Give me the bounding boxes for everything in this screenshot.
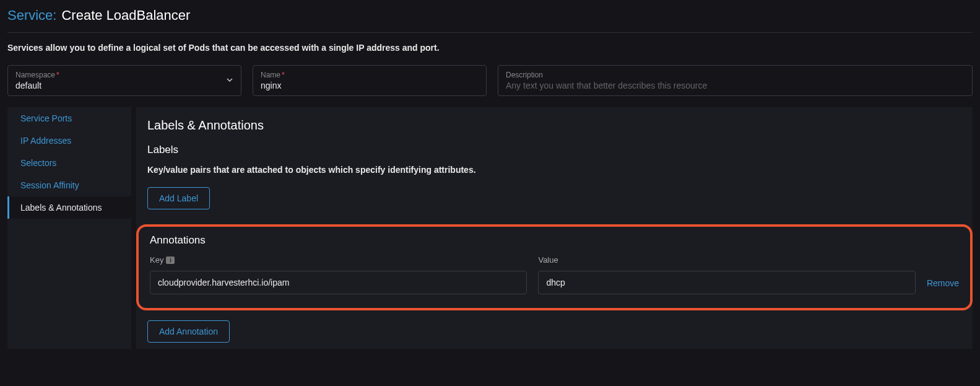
annotation-key-col: Key i (150, 255, 527, 294)
value-label: Value (538, 255, 915, 265)
chevron-down-icon (226, 76, 233, 86)
name-label: Name* (261, 71, 479, 79)
namespace-value: default (15, 81, 233, 90)
info-icon[interactable]: i (166, 257, 175, 264)
sidebar-item-selectors[interactable]: Selectors (7, 152, 131, 174)
description-input[interactable] (506, 81, 965, 90)
annotation-row: Key i Value Remove (150, 255, 959, 294)
section-title: Labels & Annotations (147, 118, 961, 133)
sidebar: Service Ports IP Addresses Selectors Ses… (7, 107, 131, 349)
sidebar-item-labels-annotations[interactable]: Labels & Annotations (7, 196, 131, 219)
form-row: Namespace* default Name* Description (7, 65, 973, 96)
sidebar-item-ip-addresses[interactable]: IP Addresses (7, 129, 131, 152)
name-input[interactable] (261, 81, 479, 90)
labels-desc: Key/value pairs that are attached to obj… (147, 165, 961, 175)
sidebar-item-session-affinity[interactable]: Session Affinity (7, 174, 131, 196)
main-area: Service Ports IP Addresses Selectors Ses… (7, 107, 973, 349)
add-label-button[interactable]: Add Label (147, 187, 210, 209)
namespace-label: Namespace* (15, 71, 233, 79)
labels-title: Labels (147, 144, 961, 156)
description-label: Description (506, 71, 965, 79)
remove-annotation-link[interactable]: Remove (927, 278, 959, 294)
page-header: Service: Create LoadBalancer (7, 7, 973, 33)
key-label: Key i (150, 255, 527, 265)
annotations-highlight: Annotations Key i Value Remove (136, 224, 973, 310)
add-annotation-button[interactable]: Add Annotation (147, 320, 230, 343)
header-title: Create LoadBalancer (61, 7, 190, 24)
description-field-group: Description (498, 65, 973, 96)
annotation-key-input[interactable] (150, 271, 527, 294)
annotation-value-col: Value (538, 255, 915, 294)
annotations-title: Annotations (150, 234, 959, 247)
content-panel: Labels & Annotations Labels Key/value pa… (136, 107, 973, 349)
annotation-value-input[interactable] (538, 271, 915, 294)
header-prefix: Service: (7, 7, 56, 24)
page-description: Services allow you to define a logical s… (7, 43, 973, 53)
name-field-group: Name* (253, 65, 487, 96)
namespace-select[interactable]: Namespace* default (7, 65, 241, 96)
sidebar-item-service-ports[interactable]: Service Ports (7, 107, 131, 129)
